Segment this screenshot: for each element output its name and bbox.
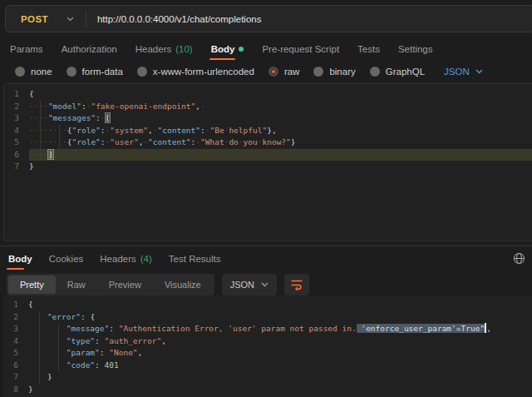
- code-token: ····: [29, 102, 48, 111]
- tab-response-headers[interactable]: Headers (4): [100, 254, 152, 264]
- tab-settings[interactable]: Settings: [398, 44, 433, 54]
- code-line: 2····"model":·"fake-openai-endpoint",·: [4, 101, 532, 113]
- code-token: do: [229, 137, 238, 146]
- view-visualize[interactable]: Visualize: [153, 275, 213, 294]
- code-token: "messages": [48, 113, 96, 122]
- response-body-editor[interactable]: 1{2 "error": {3 "message": "Authenticati…: [3, 295, 532, 397]
- radio-form-data[interactable]: form-data: [66, 67, 123, 77]
- line-number: 4: [3, 335, 28, 348]
- line-number: 3: [3, 323, 28, 335]
- tab-tests[interactable]: Tests: [357, 44, 380, 54]
- code-token: [28, 336, 66, 345]
- code-token: "None": [109, 348, 137, 357]
- view-pretty[interactable]: Pretty: [8, 275, 56, 294]
- code-line: 5········{"role":·"user",·"content":·"Wh…: [4, 136, 532, 149]
- url-input[interactable]: http://0.0.0.0:4000/v1/chat/completions: [86, 14, 262, 24]
- code-line: 4 "type": "auth_error",: [3, 335, 532, 348]
- line-number: 6: [3, 360, 28, 372]
- response-header-actions: [513, 252, 525, 265]
- code-token: :: [95, 360, 104, 370]
- tab-authorization[interactable]: Authorization: [62, 44, 117, 54]
- code-token: "Authentication Error, 'user' param not …: [119, 324, 357, 333]
- tab-params[interactable]: Params: [10, 44, 43, 54]
- radio-icon: [66, 67, 76, 77]
- line-number: 6: [4, 149, 29, 161]
- line-number: 1: [4, 88, 29, 101]
- active-tab-underline: [7, 268, 24, 270]
- code-line: 2 "error": {: [3, 311, 532, 324]
- code-line: 7}: [4, 161, 532, 173]
- radio-none[interactable]: none: [15, 67, 52, 77]
- code-token: },: [267, 126, 276, 135]
- code-token: "content": [158, 126, 200, 135]
- code-token: ]: [48, 150, 53, 159]
- request-format-select[interactable]: JSON: [444, 67, 483, 77]
- code-line: 7 }: [3, 371, 532, 384]
- code-line: 4········{"role":·"system",·"content":·"…: [4, 125, 532, 137]
- request-url-bar: POST http://0.0.0.0:4000/v1/chat/complet…: [5, 5, 532, 32]
- radio-x-www-form-urlencoded[interactable]: x-www-form-urlencoded: [137, 67, 254, 77]
- tab-pre-request-script[interactable]: Pre-request Script: [262, 44, 339, 54]
- response-tabs: Body Cookies Headers (4) Test Results: [8, 251, 220, 267]
- code-token: "error": [47, 312, 81, 321]
- code-token: }: [28, 372, 52, 381]
- radio-graphql[interactable]: GraphQL: [370, 67, 425, 77]
- tab-headers[interactable]: Headers (10): [135, 44, 193, 54]
- view-preview[interactable]: Preview: [97, 275, 153, 294]
- globe-icon[interactable]: [513, 252, 525, 265]
- line-number: 2: [3, 311, 28, 324]
- active-tab-underline: [209, 58, 236, 60]
- code-line: 8}: [3, 384, 532, 396]
- radio-selected-icon: [268, 67, 278, 77]
- radio-raw[interactable]: raw: [268, 67, 300, 77]
- chevron-down-icon: [475, 69, 483, 74]
- code-token: }: [29, 161, 34, 171]
- view-raw[interactable]: Raw: [56, 275, 97, 294]
- tab-response-cookies[interactable]: Cookies: [49, 254, 84, 264]
- code-line: 1{: [4, 88, 532, 101]
- code-token: ,: [138, 348, 143, 357]
- code-line: 6 "code": 401: [3, 360, 532, 372]
- indent-guide: [58, 323, 59, 371]
- body-type-row: none form-data x-www-form-urlencoded raw…: [15, 63, 483, 80]
- selected-text: 'enforce_user_param'=True": [357, 324, 485, 333]
- code-token: you: [244, 137, 258, 146]
- radio-binary[interactable]: binary: [313, 67, 355, 77]
- code-token: "type": [66, 336, 95, 345]
- indent-guide: [39, 311, 40, 384]
- response-format-select[interactable]: JSON: [222, 274, 277, 295]
- code-token: "user": [110, 137, 138, 146]
- wrap-text-button[interactable]: [284, 274, 309, 295]
- tab-body[interactable]: Body: [211, 44, 244, 54]
- code-line: 6····]: [4, 149, 532, 161]
- line-number: 7: [3, 371, 28, 384]
- line-number: 3: [4, 112, 29, 125]
- line-number: 8: [3, 384, 28, 396]
- code-token: "auth_error": [105, 336, 162, 345]
- postman-window: { "method_bar": { "method": "POST", "url…: [0, 0, 532, 397]
- response-headers-count-badge: (4): [140, 254, 152, 264]
- code-token: ····: [29, 150, 48, 159]
- code-token: [28, 348, 66, 357]
- code-token: ,: [161, 336, 166, 345]
- radio-icon: [137, 67, 147, 77]
- request-tabs: Params Authorization Headers (10) Body P…: [10, 40, 433, 58]
- code-token: ········: [29, 126, 67, 135]
- code-token: 401: [105, 360, 119, 370]
- code-token: helpful": [229, 126, 267, 135]
- code-token: ,: [486, 324, 491, 333]
- body-modified-dot: [239, 47, 244, 52]
- code-token: ····: [29, 113, 48, 122]
- method-selector[interactable]: POST: [6, 14, 86, 24]
- tab-response-body[interactable]: Body: [8, 254, 32, 264]
- text-wrap-icon: [290, 279, 303, 290]
- radio-icon: [313, 67, 323, 77]
- code-token: {: [28, 300, 33, 309]
- code-token: }: [28, 385, 33, 394]
- tab-test-results[interactable]: Test Results: [169, 254, 221, 264]
- line-number: 5: [3, 347, 28, 360]
- code-line: 3 "message": "Authentication Error, 'use…: [3, 323, 532, 335]
- request-body-editor[interactable]: 1{2····"model":·"fake-openai-endpoint",·…: [3, 83, 532, 241]
- code-token: "message": [66, 324, 109, 333]
- code-token: {: [29, 89, 34, 98]
